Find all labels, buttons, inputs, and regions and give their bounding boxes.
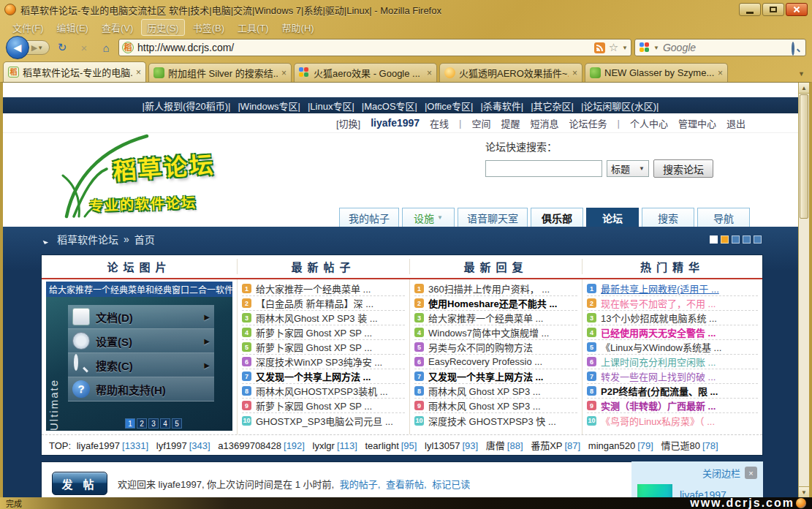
url-input[interactable]: http://www.dcrjs.com/ bbox=[137, 42, 591, 53]
tab-dcrjs[interactable]: 稻 稻草软件论坛-专业的电脑... × bbox=[3, 61, 146, 82]
tab-close-icon[interactable]: × bbox=[572, 68, 577, 78]
reply-link[interactable]: 9雨林木风 Ghost XP SP3 ... bbox=[414, 399, 577, 413]
vertical-scrollbar[interactable]: ▲ ▼ bbox=[798, 83, 809, 497]
top-poster[interactable]: 番茄XP[87] bbox=[531, 440, 585, 451]
link-misc[interactable]: |其它杂区| bbox=[531, 99, 574, 113]
search-type-select[interactable]: 标题 ▼ bbox=[607, 160, 649, 177]
page-dot[interactable]: 3 bbox=[148, 418, 159, 429]
tab-close-icon[interactable]: × bbox=[718, 68, 723, 78]
reply-link[interactable]: 8雨林木风 Ghost XP SP3 ... bbox=[414, 384, 577, 399]
tab-glasser[interactable]: NEW Glasser by Szyme... × bbox=[585, 63, 728, 82]
site-logo-title[interactable]: 稻草论坛 bbox=[112, 146, 216, 186]
reply-link[interactable]: 6EasyRecovery Professio ... bbox=[414, 355, 577, 369]
digest-link[interactable]: 5《Linux与XWindow系统基 ... bbox=[587, 340, 758, 355]
style-square-icon[interactable] bbox=[710, 235, 718, 244]
tab-forum[interactable]: 论坛 bbox=[586, 208, 639, 227]
reload-button[interactable]: ↻ bbox=[53, 39, 72, 56]
reply-link[interactable]: 5另类与众不同的购物方法 bbox=[414, 340, 577, 355]
page-dot[interactable]: 1 bbox=[125, 418, 135, 429]
top-poster[interactable]: lyxlgr[113] bbox=[313, 440, 363, 451]
breadcrumb-site[interactable]: 稻草软件论坛 bbox=[57, 232, 118, 246]
rss-icon[interactable] bbox=[594, 42, 605, 53]
post-link[interactable]: 10GHOSTXP_SP3电脑公司元旦 ... bbox=[242, 413, 405, 428]
post-link[interactable]: 1给大家推荐一个经典菜单 ... bbox=[242, 282, 405, 296]
digest-link[interactable]: 313个小妙招成就电脑系统 ... bbox=[587, 311, 758, 325]
link-tasks[interactable]: 论坛任务 bbox=[569, 116, 607, 130]
digest-link[interactable]: 8P2P终结者(分配流量、限 ... bbox=[587, 384, 758, 399]
reply-link[interactable]: 7又发现一个共享上网方法 ... bbox=[414, 369, 577, 384]
search-icon[interactable] bbox=[792, 43, 801, 53]
view-new-posts-link[interactable]: 查看新帖, bbox=[386, 479, 427, 490]
page-dot[interactable]: 4 bbox=[160, 418, 170, 429]
scroll-down-icon[interactable]: ▼ bbox=[799, 486, 809, 497]
link-macos[interactable]: |MacOS专区| bbox=[362, 99, 417, 113]
reply-link[interactable]: 4Windows7简体中文旗舰增 ... bbox=[414, 325, 577, 340]
scrollbar-thumb[interactable] bbox=[800, 94, 808, 219]
tab-search[interactable]: 搜索 bbox=[642, 208, 694, 227]
tab-close-icon[interactable]: × bbox=[427, 68, 432, 78]
menu-history[interactable]: 历史(S) bbox=[141, 19, 184, 36]
search-forum-button[interactable]: 搜索论坛 bbox=[653, 159, 713, 178]
address-bar[interactable]: 稻 http://www.dcrjs.com/ ☆ ▼ bbox=[118, 39, 631, 56]
link-linux[interactable]: |Linux专区| bbox=[308, 99, 354, 113]
breadcrumb-page[interactable]: 首页 bbox=[134, 232, 155, 246]
tab-close-icon[interactable]: × bbox=[136, 67, 141, 78]
digest-link[interactable]: 1最新共享上网教程(适用于 ... bbox=[587, 282, 758, 296]
post-link[interactable]: 8雨林木风GHOSTXPSP3装机 ... bbox=[242, 384, 405, 399]
digest-link[interactable]: 9实测（非转载）广西最新 ... bbox=[587, 399, 758, 413]
tab-my-posts[interactable]: 我的帖子 bbox=[339, 208, 399, 227]
username[interactable]: liyafe1997 bbox=[371, 117, 420, 129]
style-square-icon[interactable] bbox=[732, 235, 740, 244]
featured-image[interactable]: Ultimate 文档(D)▶ 设置(S)▶ 搜索(C)▶ ?帮助和支持(H) … bbox=[46, 282, 232, 431]
close-button[interactable] bbox=[786, 3, 808, 16]
digest-link[interactable]: 4已经使用两天无安全警告 ... bbox=[587, 325, 758, 340]
back-button[interactable]: ◀ bbox=[6, 36, 29, 59]
tab-google-search[interactable]: 火狐aero效果 - Google ... × bbox=[294, 63, 437, 82]
link-antivirus[interactable]: |杀毒软件| bbox=[480, 99, 523, 113]
link-chat[interactable]: |论坛闲聊区(水区)| bbox=[581, 99, 659, 113]
link-newbie[interactable]: |新人报到(得20稻币)| bbox=[143, 99, 231, 113]
switch-user-link[interactable]: [切换] bbox=[336, 116, 360, 130]
tab-facilities[interactable]: 设施 ▼ bbox=[402, 208, 455, 227]
digest-link[interactable]: 7转发一些在网上找到的破 ... bbox=[587, 369, 758, 384]
google-icon[interactable] bbox=[640, 42, 650, 53]
digest-link[interactable]: 6上课时间充分利用空闲账 ... bbox=[587, 355, 758, 369]
scroll-up-icon[interactable]: ▲ bbox=[799, 83, 809, 94]
user-avatar[interactable] bbox=[637, 484, 672, 497]
menu-help[interactable]: 帮助(H) bbox=[277, 20, 319, 35]
post-link[interactable]: 6深度技术WinXP SP3纯净安 ... bbox=[242, 355, 405, 369]
post-link[interactable]: 5新萝卜家园 Ghost XP SP ... bbox=[242, 340, 405, 355]
urlbar-dropdown-icon[interactable]: ▼ bbox=[622, 45, 628, 51]
mark-read-link[interactable]: 标记已读 bbox=[432, 479, 470, 490]
link-logout[interactable]: 退出 bbox=[726, 116, 745, 130]
quick-search-input[interactable] bbox=[485, 160, 602, 177]
tab-aero-plugin[interactable]: 火狐透明AERO效果插件~... × bbox=[439, 63, 583, 82]
top-poster[interactable]: lyl13057[93] bbox=[425, 440, 483, 451]
home-button[interactable]: ⌂ bbox=[96, 39, 115, 56]
close-sidebar-link[interactable]: 关闭边栏 bbox=[702, 466, 740, 480]
post-link[interactable]: 2【白金品质 新年精品】深 ... bbox=[242, 296, 405, 311]
my-posts-link[interactable]: 我的帖子, bbox=[340, 479, 381, 490]
menu-file[interactable]: 文件(F) bbox=[7, 20, 49, 35]
link-notices[interactable]: 提醒 bbox=[501, 116, 520, 130]
list-all-tabs-icon[interactable]: ▼ bbox=[798, 70, 805, 78]
search-box[interactable]: ▼ bbox=[634, 39, 806, 56]
tab-voice-chat[interactable]: 语音聊天室 bbox=[458, 208, 528, 227]
menu-view[interactable]: 查看(V) bbox=[96, 20, 138, 35]
top-poster[interactable]: 唐僧[88] bbox=[486, 440, 528, 451]
top-poster[interactable]: liyafe1997[1331] bbox=[77, 440, 153, 451]
link-space[interactable]: 空间 bbox=[472, 116, 491, 130]
new-post-button[interactable]: 发 帖 bbox=[52, 472, 107, 495]
digest-link[interactable]: 10《鸟哥的Linux私房菜》（ ... bbox=[587, 413, 758, 428]
tab-navigation[interactable]: 导航 bbox=[697, 208, 750, 227]
post-link[interactable]: 7又发现一个共享上网方法 ... bbox=[242, 369, 405, 384]
link-windows[interactable]: |Windows专区| bbox=[238, 99, 300, 113]
tab-clubs[interactable]: 俱乐部 bbox=[531, 208, 583, 227]
style-square-icon[interactable] bbox=[721, 235, 729, 244]
post-link[interactable]: 9新萝卜家园 Ghost XP SP ... bbox=[242, 399, 405, 413]
reply-link[interactable]: 3给大家推荐一个经典菜单 ... bbox=[414, 311, 577, 325]
maximize-button[interactable] bbox=[762, 3, 784, 16]
top-poster[interactable]: 情已逝80[78] bbox=[661, 440, 723, 451]
menu-edit[interactable]: 编辑(E) bbox=[52, 20, 94, 35]
reply-link[interactable]: 2使用Homeshare还是不能共 ... bbox=[414, 296, 577, 311]
